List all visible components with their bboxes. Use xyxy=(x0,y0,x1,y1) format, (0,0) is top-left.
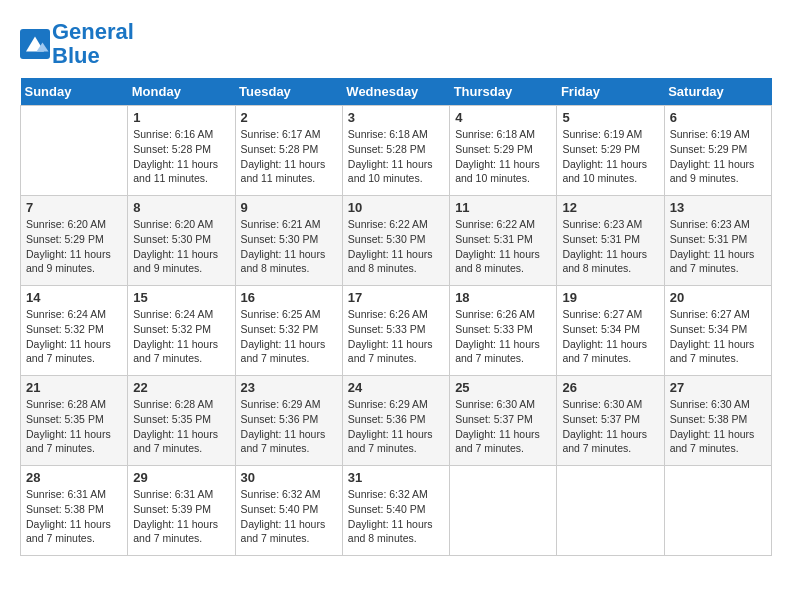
day-info: Sunrise: 6:30 AM Sunset: 5:38 PM Dayligh… xyxy=(670,397,766,456)
day-number: 22 xyxy=(133,380,229,395)
day-info: Sunrise: 6:24 AM Sunset: 5:32 PM Dayligh… xyxy=(133,307,229,366)
calendar-cell: 4Sunrise: 6:18 AM Sunset: 5:29 PM Daylig… xyxy=(450,106,557,196)
week-row-3: 14Sunrise: 6:24 AM Sunset: 5:32 PM Dayli… xyxy=(21,286,772,376)
day-number: 7 xyxy=(26,200,122,215)
day-info: Sunrise: 6:24 AM Sunset: 5:32 PM Dayligh… xyxy=(26,307,122,366)
day-number: 17 xyxy=(348,290,444,305)
logo-icon xyxy=(20,29,50,59)
day-number: 3 xyxy=(348,110,444,125)
day-number: 25 xyxy=(455,380,551,395)
header-thursday: Thursday xyxy=(450,78,557,106)
day-number: 5 xyxy=(562,110,658,125)
day-number: 15 xyxy=(133,290,229,305)
calendar-cell: 22Sunrise: 6:28 AM Sunset: 5:35 PM Dayli… xyxy=(128,376,235,466)
day-number: 23 xyxy=(241,380,337,395)
calendar-cell: 31Sunrise: 6:32 AM Sunset: 5:40 PM Dayli… xyxy=(342,466,449,556)
day-number: 11 xyxy=(455,200,551,215)
day-number: 28 xyxy=(26,470,122,485)
day-number: 19 xyxy=(562,290,658,305)
day-number: 16 xyxy=(241,290,337,305)
day-info: Sunrise: 6:32 AM Sunset: 5:40 PM Dayligh… xyxy=(241,487,337,546)
day-info: Sunrise: 6:29 AM Sunset: 5:36 PM Dayligh… xyxy=(241,397,337,456)
calendar-cell: 15Sunrise: 6:24 AM Sunset: 5:32 PM Dayli… xyxy=(128,286,235,376)
day-number: 27 xyxy=(670,380,766,395)
calendar-cell: 8Sunrise: 6:20 AM Sunset: 5:30 PM Daylig… xyxy=(128,196,235,286)
day-info: Sunrise: 6:31 AM Sunset: 5:39 PM Dayligh… xyxy=(133,487,229,546)
calendar-cell: 3Sunrise: 6:18 AM Sunset: 5:28 PM Daylig… xyxy=(342,106,449,196)
day-info: Sunrise: 6:22 AM Sunset: 5:31 PM Dayligh… xyxy=(455,217,551,276)
calendar-cell: 21Sunrise: 6:28 AM Sunset: 5:35 PM Dayli… xyxy=(21,376,128,466)
day-info: Sunrise: 6:30 AM Sunset: 5:37 PM Dayligh… xyxy=(562,397,658,456)
day-number: 20 xyxy=(670,290,766,305)
calendar-cell xyxy=(557,466,664,556)
calendar-cell: 25Sunrise: 6:30 AM Sunset: 5:37 PM Dayli… xyxy=(450,376,557,466)
day-number: 30 xyxy=(241,470,337,485)
calendar-cell: 29Sunrise: 6:31 AM Sunset: 5:39 PM Dayli… xyxy=(128,466,235,556)
day-number: 13 xyxy=(670,200,766,215)
header-tuesday: Tuesday xyxy=(235,78,342,106)
day-number: 6 xyxy=(670,110,766,125)
calendar-cell: 1Sunrise: 6:16 AM Sunset: 5:28 PM Daylig… xyxy=(128,106,235,196)
day-info: Sunrise: 6:26 AM Sunset: 5:33 PM Dayligh… xyxy=(348,307,444,366)
day-number: 18 xyxy=(455,290,551,305)
header-row: SundayMondayTuesdayWednesdayThursdayFrid… xyxy=(21,78,772,106)
calendar-cell: 11Sunrise: 6:22 AM Sunset: 5:31 PM Dayli… xyxy=(450,196,557,286)
day-number: 9 xyxy=(241,200,337,215)
calendar-cell: 14Sunrise: 6:24 AM Sunset: 5:32 PM Dayli… xyxy=(21,286,128,376)
calendar-cell: 18Sunrise: 6:26 AM Sunset: 5:33 PM Dayli… xyxy=(450,286,557,376)
calendar-cell: 16Sunrise: 6:25 AM Sunset: 5:32 PM Dayli… xyxy=(235,286,342,376)
day-info: Sunrise: 6:22 AM Sunset: 5:30 PM Dayligh… xyxy=(348,217,444,276)
calendar-cell: 24Sunrise: 6:29 AM Sunset: 5:36 PM Dayli… xyxy=(342,376,449,466)
logo: General Blue xyxy=(20,20,134,68)
day-number: 1 xyxy=(133,110,229,125)
day-info: Sunrise: 6:25 AM Sunset: 5:32 PM Dayligh… xyxy=(241,307,337,366)
day-info: Sunrise: 6:30 AM Sunset: 5:37 PM Dayligh… xyxy=(455,397,551,456)
day-number: 21 xyxy=(26,380,122,395)
calendar-cell: 27Sunrise: 6:30 AM Sunset: 5:38 PM Dayli… xyxy=(664,376,771,466)
day-info: Sunrise: 6:27 AM Sunset: 5:34 PM Dayligh… xyxy=(670,307,766,366)
header-monday: Monday xyxy=(128,78,235,106)
day-info: Sunrise: 6:26 AM Sunset: 5:33 PM Dayligh… xyxy=(455,307,551,366)
day-info: Sunrise: 6:32 AM Sunset: 5:40 PM Dayligh… xyxy=(348,487,444,546)
calendar-cell: 12Sunrise: 6:23 AM Sunset: 5:31 PM Dayli… xyxy=(557,196,664,286)
header-sunday: Sunday xyxy=(21,78,128,106)
calendar-cell: 6Sunrise: 6:19 AM Sunset: 5:29 PM Daylig… xyxy=(664,106,771,196)
calendar-cell: 7Sunrise: 6:20 AM Sunset: 5:29 PM Daylig… xyxy=(21,196,128,286)
day-info: Sunrise: 6:27 AM Sunset: 5:34 PM Dayligh… xyxy=(562,307,658,366)
calendar-cell: 28Sunrise: 6:31 AM Sunset: 5:38 PM Dayli… xyxy=(21,466,128,556)
day-number: 31 xyxy=(348,470,444,485)
week-row-4: 21Sunrise: 6:28 AM Sunset: 5:35 PM Dayli… xyxy=(21,376,772,466)
week-row-5: 28Sunrise: 6:31 AM Sunset: 5:38 PM Dayli… xyxy=(21,466,772,556)
day-info: Sunrise: 6:23 AM Sunset: 5:31 PM Dayligh… xyxy=(562,217,658,276)
day-number: 26 xyxy=(562,380,658,395)
day-info: Sunrise: 6:28 AM Sunset: 5:35 PM Dayligh… xyxy=(26,397,122,456)
day-number: 2 xyxy=(241,110,337,125)
calendar-cell xyxy=(450,466,557,556)
calendar-cell: 10Sunrise: 6:22 AM Sunset: 5:30 PM Dayli… xyxy=(342,196,449,286)
day-number: 24 xyxy=(348,380,444,395)
week-row-2: 7Sunrise: 6:20 AM Sunset: 5:29 PM Daylig… xyxy=(21,196,772,286)
calendar-cell: 17Sunrise: 6:26 AM Sunset: 5:33 PM Dayli… xyxy=(342,286,449,376)
calendar-cell xyxy=(21,106,128,196)
day-info: Sunrise: 6:21 AM Sunset: 5:30 PM Dayligh… xyxy=(241,217,337,276)
day-info: Sunrise: 6:28 AM Sunset: 5:35 PM Dayligh… xyxy=(133,397,229,456)
calendar-cell: 5Sunrise: 6:19 AM Sunset: 5:29 PM Daylig… xyxy=(557,106,664,196)
calendar-cell: 26Sunrise: 6:30 AM Sunset: 5:37 PM Dayli… xyxy=(557,376,664,466)
calendar-table: SundayMondayTuesdayWednesdayThursdayFrid… xyxy=(20,78,772,556)
day-info: Sunrise: 6:18 AM Sunset: 5:29 PM Dayligh… xyxy=(455,127,551,186)
day-number: 12 xyxy=(562,200,658,215)
day-number: 29 xyxy=(133,470,229,485)
day-info: Sunrise: 6:18 AM Sunset: 5:28 PM Dayligh… xyxy=(348,127,444,186)
header-wednesday: Wednesday xyxy=(342,78,449,106)
day-info: Sunrise: 6:20 AM Sunset: 5:29 PM Dayligh… xyxy=(26,217,122,276)
day-info: Sunrise: 6:19 AM Sunset: 5:29 PM Dayligh… xyxy=(670,127,766,186)
day-info: Sunrise: 6:29 AM Sunset: 5:36 PM Dayligh… xyxy=(348,397,444,456)
day-info: Sunrise: 6:23 AM Sunset: 5:31 PM Dayligh… xyxy=(670,217,766,276)
week-row-1: 1Sunrise: 6:16 AM Sunset: 5:28 PM Daylig… xyxy=(21,106,772,196)
day-number: 14 xyxy=(26,290,122,305)
day-number: 8 xyxy=(133,200,229,215)
header-saturday: Saturday xyxy=(664,78,771,106)
day-info: Sunrise: 6:16 AM Sunset: 5:28 PM Dayligh… xyxy=(133,127,229,186)
logo-text: General Blue xyxy=(52,20,134,68)
calendar-cell: 19Sunrise: 6:27 AM Sunset: 5:34 PM Dayli… xyxy=(557,286,664,376)
